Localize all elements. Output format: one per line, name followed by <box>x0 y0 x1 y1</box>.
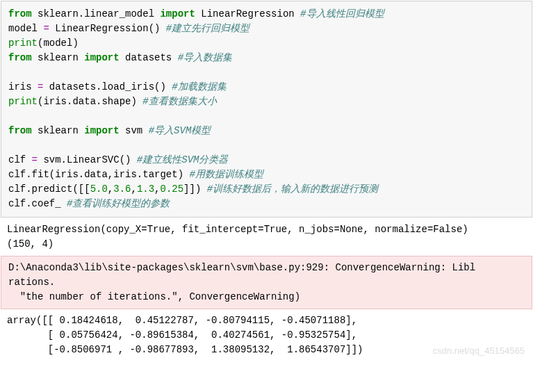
comment: #建立先行回归模型 <box>166 23 249 34</box>
output-line: LinearRegression(copy_X=True, fit_interc… <box>7 224 468 235</box>
comment: #查看训练好模型的参数 <box>67 198 170 209</box>
comment: #训练好数据后，输入新的数据进行预测 <box>207 183 378 195</box>
warning-cell: D:\Anaconda3\lib\site-packages\sklearn\s… <box>1 256 532 309</box>
code-text: iris <box>8 81 38 92</box>
comment: #加载数据集 <box>172 81 226 92</box>
output-line: (150, 4) <box>7 238 54 250</box>
code-text: clf <box>8 154 32 165</box>
output-line: array([[ 0.18424618, 0.45122787, -0.8079… <box>7 315 357 326</box>
warning-line: D:\Anaconda3\lib\site-packages\sklearn\s… <box>8 262 475 273</box>
keyword-from: from <box>8 52 32 63</box>
code-text: LinearRegression() <box>49 23 166 34</box>
identifier: datasets <box>120 52 178 63</box>
builtin-print: print <box>8 96 38 107</box>
number: 0.25 <box>161 183 184 195</box>
keyword-import: import <box>84 125 119 136</box>
operator: = <box>43 23 49 34</box>
comment: #导入SVM模型 <box>149 125 211 136</box>
output-line: [-0.8506971 , -0.98677893, 1.38095132, 1… <box>7 344 363 355</box>
code-text: model <box>8 23 43 34</box>
comma: , <box>131 183 136 195</box>
output-cell-2: array([[ 0.18424618, 0.45122787, -0.8079… <box>0 309 533 361</box>
identifier: svm <box>120 125 149 136</box>
operator: = <box>32 154 38 165</box>
identifier: LinearRegression <box>195 8 300 19</box>
module-name: sklearn <box>32 52 85 63</box>
code-text: svm.LinearSVC() <box>38 154 137 165</box>
module-name: sklearn <box>32 125 85 136</box>
output-line: [ 0.05756424, -0.89615384, 0.40274561, -… <box>7 329 357 341</box>
comment: #查看数据集大小 <box>142 96 216 107</box>
code-text: (model) <box>38 38 79 49</box>
module-name: sklearn.linear_model <box>32 8 161 19</box>
comment: #导入线性回归模型 <box>300 8 384 19</box>
number: 5.0 <box>90 183 108 195</box>
keyword-from: from <box>8 125 32 136</box>
warning-line: "the number of iterations.", Convergence… <box>8 291 300 302</box>
code-text: clf.predict([[ <box>8 183 90 195</box>
comment: #导入数据集 <box>178 52 232 63</box>
keyword-import: import <box>160 8 195 19</box>
code-text: datasets.load_iris() <box>43 81 172 92</box>
code-text: ]]) <box>183 183 207 195</box>
number: 1.3 <box>137 183 154 195</box>
code-text: (iris.data.shape) <box>38 96 142 107</box>
warning-line: rations. <box>8 277 55 288</box>
keyword-import: import <box>84 52 119 63</box>
builtin-print: print <box>8 38 38 49</box>
number: 3.6 <box>113 183 131 195</box>
code-cell[interactable]: from sklearn.linear_model import LinearR… <box>1 1 532 218</box>
comment: #用数据训练模型 <box>189 169 263 180</box>
comma: , <box>154 183 160 195</box>
comma: , <box>108 183 113 195</box>
output-cell-1: LinearRegression(copy_X=True, fit_interc… <box>0 218 533 256</box>
code-text: clf.coef_ <box>8 198 67 209</box>
comment: #建立线性SVM分类器 <box>137 154 229 165</box>
keyword-from: from <box>8 8 32 19</box>
code-text: clf.fit(iris.data,iris.target) <box>8 169 189 180</box>
